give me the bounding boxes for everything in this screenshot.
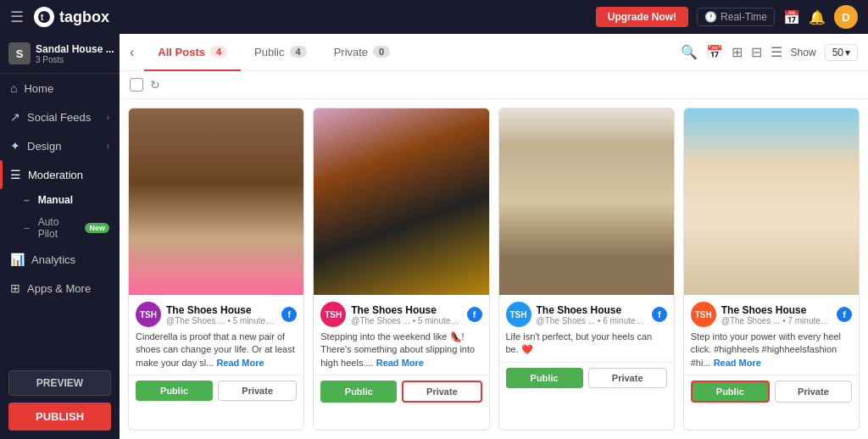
public-button[interactable]: Public (136, 381, 213, 401)
post-actions: Public Private (129, 375, 303, 406)
logo-icon: t (34, 7, 54, 27)
active-indicator (0, 160, 3, 189)
facebook-icon: f (837, 307, 852, 322)
refresh-icon[interactable]: ↻ (150, 78, 160, 92)
workspace-name: Sandal House ... (36, 43, 114, 55)
private-button[interactable]: Private (588, 368, 667, 388)
sidebar: S Sandal House ... 3 Posts › ⌂ Home ↗ So… (0, 34, 120, 439)
calendar-icon[interactable]: 📅 (783, 9, 800, 25)
sidebar-item-design[interactable]: ✦ Design › (0, 131, 120, 160)
post-meta: The Shoes House @The Shoes ... • 5 minut… (166, 304, 276, 325)
post-image (314, 108, 488, 295)
post-meta: The Shoes House @The Shoes ... • 6 minut… (537, 304, 647, 325)
tab-count-badge: 4 (290, 46, 307, 58)
dash-icon: – (24, 222, 30, 234)
sidebar-subitem-label: Auto Pilot (38, 216, 81, 240)
chevron-down-icon: ▾ (845, 47, 850, 58)
logo: t tagbox (34, 7, 109, 27)
post-handle: @The Shoes ... • 6 minutes... (537, 316, 647, 325)
private-button[interactable]: Private (218, 381, 297, 401)
avatar: TSH (691, 302, 716, 327)
design-icon: ✦ (10, 139, 20, 153)
sidebar-item-label: Analytics (31, 253, 109, 266)
show-count-selector[interactable]: 50 ▾ (825, 44, 858, 61)
post-author: The Shoes House (721, 304, 832, 316)
social-feeds-icon: ↗ (10, 110, 20, 124)
back-button[interactable]: ‹ (130, 45, 134, 60)
sidebar-subitem-autopilot[interactable]: – Auto Pilot New (0, 211, 120, 245)
upgrade-button[interactable]: Upgrade Now! (596, 7, 688, 27)
sidebar-item-apps-more[interactable]: ⊞ Apps & More (0, 274, 120, 303)
filter-icon[interactable]: ⊞ (732, 44, 743, 60)
tab-public[interactable]: Public 4 (241, 34, 320, 71)
post-card: TSH The Shoes House @The Shoes ... • 7 m… (683, 108, 860, 431)
post-info: TSH The Shoes House @The Shoes ... • 5 m… (314, 295, 488, 331)
tab-label: Public (254, 46, 284, 58)
post-author: The Shoes House (166, 304, 276, 316)
post-meta: The Shoes House @The Shoes ... • 7 minut… (721, 304, 832, 325)
main-layout: S Sandal House ... 3 Posts › ⌂ Home ↗ So… (0, 34, 868, 439)
read-more-link[interactable]: Read More (714, 358, 761, 368)
private-button[interactable]: Private (775, 381, 852, 403)
tab-all-posts[interactable]: All Posts 4 (144, 34, 241, 71)
content-area: ‹ All Posts 4 Public 4 Private 0 🔍 📅 ⊞ ⊟… (120, 34, 868, 439)
preview-button[interactable]: PREVIEW (8, 370, 111, 396)
calendar-icon[interactable]: 📅 (706, 44, 723, 60)
select-all-checkbox[interactable] (130, 78, 143, 92)
chevron-right-icon: › (107, 113, 109, 122)
sidebar-item-moderation[interactable]: ☰ Moderation (0, 160, 120, 189)
tab-label: All Posts (158, 46, 205, 58)
post-text: Stepping into the weekend like 👠! There'… (314, 331, 488, 375)
post-author: The Shoes House (351, 304, 461, 316)
private-button[interactable]: Private (402, 381, 481, 403)
topbar: ☰ t tagbox Upgrade Now! 🕐 Real-Time 📅 🔔 … (0, 0, 868, 34)
post-handle: @The Shoes ... • 5 minutes... (166, 316, 276, 325)
post-handle: @The Shoes ... • 5 minutes... (351, 316, 461, 325)
sidebar-item-label: Design (27, 140, 100, 153)
realtime-label: Real-Time (721, 11, 767, 23)
post-text: Cinderella is proof that a new pair of s… (129, 331, 303, 375)
hamburger-icon[interactable]: ☰ (10, 8, 24, 26)
post-text: Life isn't perfect, but your heels can b… (499, 331, 674, 362)
read-more-link[interactable]: Read More (216, 358, 264, 368)
post-actions: Public Private (684, 375, 859, 408)
logo-text: tagbox (59, 8, 109, 26)
facebook-icon: f (467, 307, 482, 322)
sidebar-item-label: Apps & More (27, 282, 109, 295)
list-view-icon[interactable]: ☰ (771, 44, 782, 60)
sidebar-item-label: Moderation (28, 169, 109, 181)
show-count-value: 50 (832, 47, 843, 58)
post-card: TSH The Shoes House @The Shoes ... • 5 m… (313, 108, 489, 431)
topbar-left: ☰ t tagbox (10, 7, 109, 27)
post-image (684, 108, 859, 295)
tab-private[interactable]: Private 0 (320, 34, 404, 71)
sidebar-item-social-feeds[interactable]: ↗ Social Feeds › (0, 103, 120, 131)
public-button[interactable]: Public (506, 368, 583, 388)
subheader-actions: 🔍 📅 ⊞ ⊟ ☰ Show 50 ▾ (681, 44, 858, 61)
post-card: TSH The Shoes House @The Shoes ... • 5 m… (128, 108, 304, 431)
tab-count-badge: 0 (373, 46, 390, 58)
public-button[interactable]: Public (320, 381, 397, 403)
post-card: TSH The Shoes House @The Shoes ... • 6 m… (498, 108, 675, 431)
bell-icon[interactable]: 🔔 (809, 9, 826, 25)
public-button[interactable]: Public (691, 381, 770, 403)
sidebar-item-analytics[interactable]: 📊 Analytics (0, 245, 120, 274)
sidebar-item-home[interactable]: ⌂ Home (0, 74, 120, 103)
read-more-link[interactable]: Read More (376, 358, 424, 368)
post-image (499, 108, 674, 295)
workspace-subtext: 3 Posts (36, 55, 114, 64)
grid-view-icon[interactable]: ⊟ (751, 44, 762, 60)
post-text: Step into your power with every heel cli… (684, 331, 859, 375)
search-icon[interactable]: 🔍 (681, 44, 698, 60)
home-icon: ⌂ (10, 81, 17, 95)
sidebar-subitem-label: Manual (38, 194, 73, 206)
user-avatar[interactable]: D (834, 5, 858, 29)
sidebar-subitem-manual[interactable]: – Manual (0, 189, 120, 211)
moderation-icon: ☰ (10, 168, 21, 181)
publish-button[interactable]: PUBLISH (8, 403, 111, 431)
workspace-letter: S (8, 42, 31, 64)
facebook-icon: f (652, 307, 667, 322)
tab-label: Private (334, 46, 368, 58)
workspace-selector[interactable]: S Sandal House ... 3 Posts › (0, 34, 120, 74)
subheader: ‹ All Posts 4 Public 4 Private 0 🔍 📅 ⊞ ⊟… (120, 34, 868, 71)
